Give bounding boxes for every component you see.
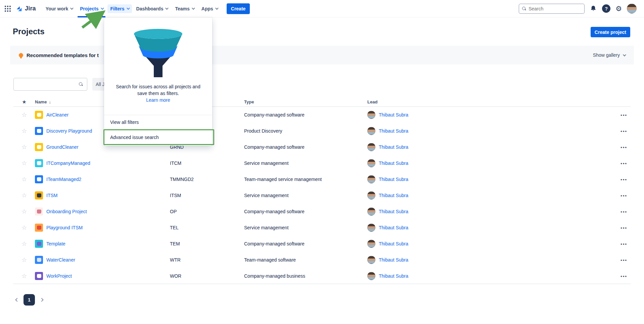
- create-button[interactable]: Create: [227, 3, 250, 14]
- lead-link[interactable]: Thibaut Subra: [379, 193, 408, 198]
- search-icon: [79, 82, 83, 86]
- row-actions-button[interactable]: •••: [620, 177, 627, 182]
- project-name-link[interactable]: AirCleaner: [46, 112, 68, 118]
- project-search-input[interactable]: [18, 82, 79, 87]
- star-icon[interactable]: ☆: [21, 273, 27, 279]
- project-name-link[interactable]: ITSM: [46, 193, 57, 198]
- row-actions-button[interactable]: •••: [620, 274, 627, 279]
- project-type: Company-managed software: [244, 241, 365, 246]
- table-row: ☆ Playground ITSM TEL Service management…: [13, 220, 631, 236]
- row-actions-button[interactable]: •••: [620, 112, 627, 118]
- settings-gear-icon[interactable]: ⚙: [615, 5, 622, 12]
- table-row: ☆ ITCompanyManaged ITCM Service manageme…: [13, 155, 631, 171]
- current-page-button[interactable]: 1: [24, 294, 35, 306]
- project-icon: [35, 143, 43, 151]
- project-name-link[interactable]: WorkProject: [46, 273, 72, 279]
- jira-logo[interactable]: Jira: [15, 5, 36, 12]
- page-title: Projects: [13, 27, 45, 36]
- project-name-link[interactable]: Template: [46, 241, 65, 246]
- project-name-link[interactable]: Playground ITSM: [46, 225, 83, 230]
- star-icon[interactable]: ☆: [21, 160, 27, 167]
- lead-link[interactable]: Thibaut Subra: [379, 160, 408, 166]
- nav-item-your-work[interactable]: Your work: [42, 0, 76, 17]
- lead-link[interactable]: Thibaut Subra: [379, 209, 408, 214]
- star-icon[interactable]: ☆: [21, 176, 27, 183]
- lead-link[interactable]: Thibaut Subra: [379, 273, 408, 279]
- project-key: TEL: [170, 225, 244, 230]
- project-name-link[interactable]: ITeamManaged2: [46, 177, 81, 182]
- project-type: Service management: [244, 193, 365, 198]
- learn-more-link[interactable]: Learn more: [146, 97, 170, 103]
- row-actions-button[interactable]: •••: [620, 225, 627, 230]
- next-page-button[interactable]: [38, 295, 46, 304]
- row-actions-button[interactable]: •••: [620, 241, 627, 246]
- lead-link[interactable]: Thibaut Subra: [379, 241, 408, 246]
- show-gallery-button[interactable]: Show gallery: [593, 52, 625, 58]
- previous-page-button[interactable]: [12, 295, 21, 304]
- row-actions-button[interactable]: •••: [620, 129, 627, 134]
- star-icon[interactable]: ☆: [21, 257, 27, 263]
- table-row: ☆ ITSM ITSM Service management Thibaut S…: [13, 187, 631, 203]
- lead-avatar: [367, 272, 375, 280]
- app-switcher-icon[interactable]: [5, 6, 11, 12]
- lead-avatar: [367, 159, 375, 167]
- project-name-link[interactable]: ITCompanyManaged: [46, 160, 90, 166]
- menu-item-advanced-issue-search[interactable]: Advanced issue search: [104, 129, 212, 145]
- star-icon[interactable]: ☆: [21, 128, 27, 134]
- chevron-down-icon: [165, 6, 169, 10]
- table-row: ☆ WorkProject WOR Company-managed busine…: [13, 268, 631, 284]
- project-name-link[interactable]: WaterCleaner: [46, 257, 75, 263]
- star-icon[interactable]: ☆: [21, 111, 27, 118]
- star-icon[interactable]: ☆: [21, 240, 27, 247]
- create-project-button[interactable]: Create project: [591, 27, 630, 37]
- project-type: Company-managed business: [244, 273, 365, 279]
- filters-dropdown-intro: Search for issues across all projects an…: [104, 17, 212, 115]
- top-navigation: Jira Your work Projects Filters Dashboar…: [0, 0, 644, 17]
- lead-link[interactable]: Thibaut Subra: [379, 257, 408, 263]
- user-avatar[interactable]: [627, 4, 637, 13]
- project-icon: [35, 224, 43, 232]
- global-search-input[interactable]: [528, 6, 581, 11]
- project-name-link[interactable]: Discovery Playground: [46, 128, 92, 134]
- row-actions-button[interactable]: •••: [620, 209, 627, 214]
- nav-item-teams[interactable]: Teams: [171, 0, 197, 17]
- row-actions-button[interactable]: •••: [620, 193, 627, 198]
- chevron-down-icon: [215, 6, 219, 10]
- chevron-down-icon: [623, 53, 626, 56]
- project-key: ITCM: [170, 160, 244, 166]
- project-type: Company-managed software: [244, 112, 365, 118]
- menu-item-view-all-filters[interactable]: View all filters: [104, 115, 212, 129]
- nav-item-dashboards[interactable]: Dashboards: [133, 0, 172, 17]
- notifications-bell-icon[interactable]: [590, 5, 597, 12]
- chevron-down-icon: [100, 6, 104, 10]
- lead-link[interactable]: Thibaut Subra: [379, 144, 408, 150]
- star-icon[interactable]: ☆: [21, 208, 27, 215]
- star-icon[interactable]: ☆: [21, 144, 27, 150]
- lead-link[interactable]: Thibaut Subra: [379, 112, 408, 118]
- project-icon: [35, 207, 43, 216]
- lead-link[interactable]: Thibaut Subra: [379, 177, 408, 182]
- global-search[interactable]: [519, 4, 585, 14]
- banner-title: Recommended templates for t: [27, 52, 99, 58]
- row-actions-button[interactable]: •••: [620, 258, 627, 263]
- nav-item-filters[interactable]: Filters: [107, 0, 133, 17]
- nav-item-apps[interactable]: Apps: [198, 0, 221, 17]
- star-icon[interactable]: ☆: [21, 192, 27, 199]
- row-actions-button[interactable]: •••: [620, 161, 627, 166]
- project-icon: [35, 159, 43, 167]
- nav-item-projects[interactable]: Projects: [76, 0, 106, 17]
- table-row: ☆ Onboarding Project OP Company-managed …: [13, 203, 631, 220]
- lead-link[interactable]: Thibaut Subra: [379, 225, 408, 230]
- project-type: Service management: [244, 225, 365, 230]
- lead-avatar: [367, 191, 375, 199]
- row-actions-button[interactable]: •••: [620, 145, 627, 150]
- project-name-link[interactable]: GroundCleaner: [46, 144, 79, 150]
- project-search-box[interactable]: [13, 78, 87, 91]
- project-key: WTR: [170, 257, 244, 263]
- help-icon[interactable]: ?: [602, 4, 610, 13]
- lead-link[interactable]: Thibaut Subra: [379, 128, 408, 134]
- star-icon[interactable]: ☆: [21, 224, 27, 231]
- pagination: 1: [12, 294, 46, 306]
- project-name-link[interactable]: Onboarding Project: [46, 209, 87, 214]
- lead-avatar: [367, 111, 375, 119]
